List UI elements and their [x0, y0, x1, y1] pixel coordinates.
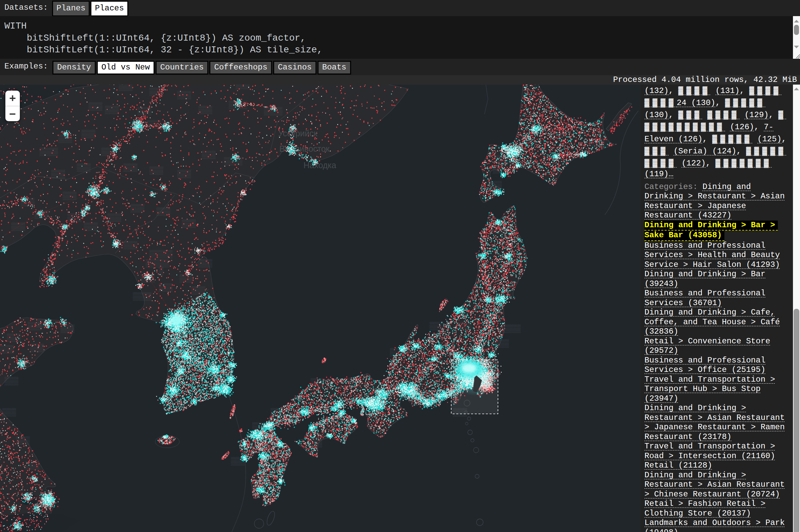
svg-text:▒▒▒: ▒▒▒ — [30, 343, 44, 353]
svg-text:▒▒▒: ▒▒▒ — [60, 324, 75, 333]
svg-text:▒▒▒: ▒▒▒ — [123, 241, 138, 250]
svg-text:Находка: Находка — [304, 160, 336, 170]
svg-text:Владивосток: Владивосток — [279, 144, 330, 153]
svg-text:▒▒▒: ▒▒▒ — [119, 84, 133, 91]
svg-text:▒▒▒: ▒▒▒ — [4, 377, 18, 386]
svg-text:▒▒▒: ▒▒▒ — [149, 166, 163, 175]
svg-text:▒▒▒▒: ▒▒▒▒ — [133, 292, 151, 301]
svg-text:▒▒▒: ▒▒▒ — [202, 150, 216, 159]
svg-text:▒▒▒: ▒▒▒ — [123, 163, 138, 172]
svg-text:▒▒▒: ▒▒▒ — [62, 191, 77, 201]
svg-text:▒▒▒: ▒▒▒ — [198, 259, 212, 268]
svg-text:Уссурийск: Уссурийск — [278, 129, 318, 138]
svg-text:▒▒▒: ▒▒▒ — [51, 170, 65, 178]
svg-text:▒▒▒: ▒▒▒ — [159, 283, 173, 292]
svg-text:▒▒▒▒: ▒▒▒▒ — [39, 147, 58, 156]
svg-text:▒▒▒: ▒▒▒ — [88, 102, 103, 111]
svg-text:▒▒▒: ▒▒▒ — [177, 91, 191, 100]
svg-text:▒▒▒: ▒▒▒ — [7, 333, 21, 342]
svg-text:▒▒▒: ▒▒▒ — [177, 170, 191, 178]
svg-text:▒▒▒: ▒▒▒ — [81, 130, 95, 139]
svg-text:▒▒▒: ▒▒▒ — [198, 106, 212, 114]
svg-text:▒▒▒: ▒▒▒ — [107, 213, 121, 222]
svg-text:▒▒▒: ▒▒▒ — [0, 345, 14, 354]
svg-text:▒▒▒: ▒▒▒ — [236, 84, 250, 90]
svg-text:▒▒▒: ▒▒▒ — [156, 207, 170, 216]
svg-text:▒▒▒: ▒▒▒ — [2, 408, 16, 417]
svg-text:▒▒▒: ▒▒▒ — [77, 163, 91, 172]
svg-text:▒▒▒: ▒▒▒ — [105, 106, 119, 114]
